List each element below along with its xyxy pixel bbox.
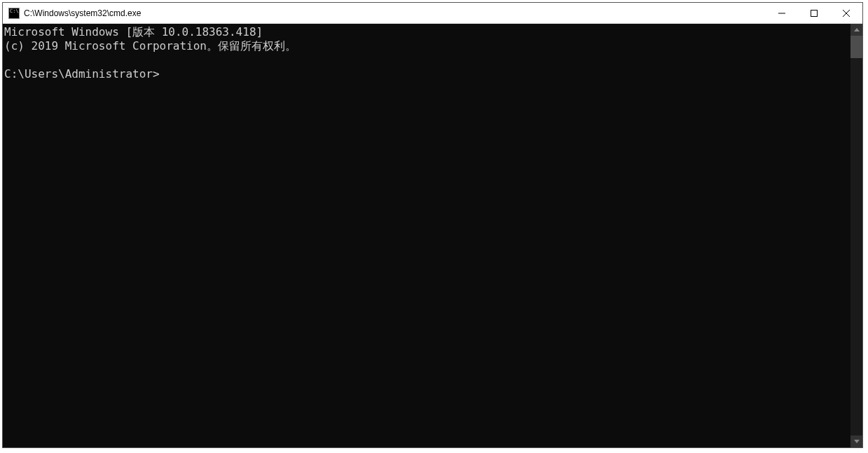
terminal-output[interactable]: Microsoft Windows [版本 10.0.18363.418] (c… — [3, 24, 850, 447]
minimize-button[interactable] — [766, 3, 798, 24]
scroll-up-button[interactable] — [850, 24, 862, 36]
cmd-window: C:\Windows\system32\cmd.exe Microsoft Wi… — [2, 2, 863, 448]
scroll-thumb[interactable] — [850, 36, 862, 58]
scrollbar[interactable] — [850, 24, 862, 447]
maximize-icon — [811, 10, 818, 17]
close-button[interactable] — [830, 3, 862, 24]
prompt-line: C:\Users\Administrator> — [4, 67, 160, 81]
terminal-area: Microsoft Windows [版本 10.0.18363.418] (c… — [3, 24, 862, 447]
close-icon — [843, 10, 850, 17]
cmd-icon — [8, 8, 20, 19]
titlebar[interactable]: C:\Windows\system32\cmd.exe — [3, 3, 862, 24]
version-line: Microsoft Windows [版本 10.0.18363.418] — [4, 25, 263, 39]
window-controls — [766, 3, 862, 23]
maximize-button[interactable] — [798, 3, 830, 24]
scroll-down-button[interactable] — [850, 435, 862, 447]
chevron-down-icon — [854, 440, 860, 443]
chevron-up-icon — [854, 28, 860, 32]
minimize-icon — [778, 10, 785, 17]
copyright-line: (c) 2019 Microsoft Corporation。保留所有权利。 — [4, 39, 296, 53]
svg-rect-1 — [811, 11, 818, 17]
window-title: C:\Windows\system32\cmd.exe — [24, 8, 766, 18]
